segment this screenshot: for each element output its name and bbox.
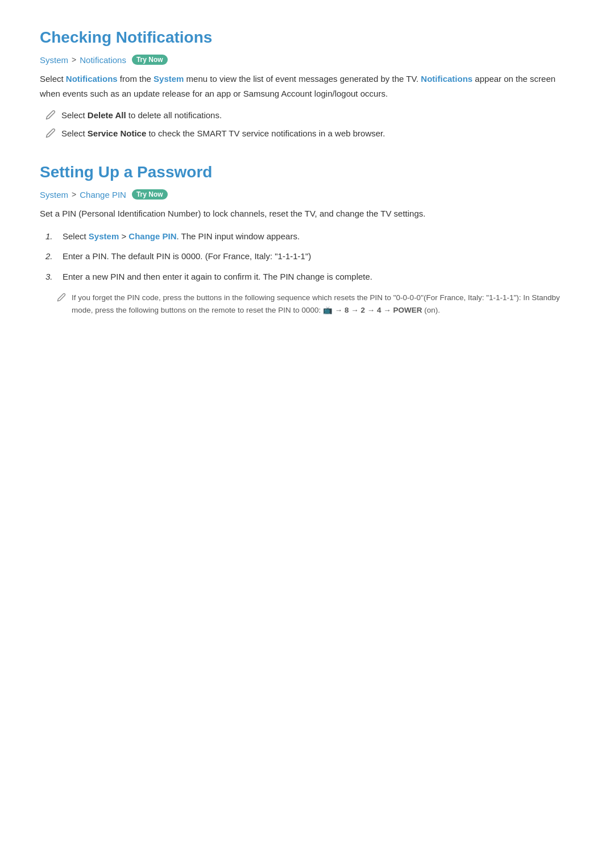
change-pin-link-step1[interactable]: Change PIN: [128, 231, 176, 241]
bullet-text-service-notice: Select Service Notice to check the SMART…: [61, 127, 385, 140]
section1-bullet-list: Select Delete All to delete all notifica…: [40, 109, 574, 140]
breadcrumb-system-link[interactable]: System: [40, 55, 68, 65]
section-checking-notifications: Checking Notifications System > Notifica…: [40, 28, 574, 140]
pin-note-block: If you forget the PIN code, press the bu…: [57, 292, 574, 317]
try-now-badge-pin[interactable]: Try Now: [132, 189, 168, 200]
step-3-text: Enter a new PIN and then enter it again …: [63, 269, 372, 284]
step-number-2: 2.: [45, 249, 56, 264]
system-link-step1[interactable]: System: [89, 231, 119, 241]
delete-all-link[interactable]: Delete All: [88, 110, 126, 120]
step-3: 3. Enter a new PIN and then enter it aga…: [45, 269, 574, 284]
step-number-3: 3.: [45, 269, 56, 284]
section2-title: Setting Up a Password: [40, 163, 574, 181]
pencil-icon-2: [45, 128, 56, 138]
system-link-inline[interactable]: System: [154, 74, 184, 84]
section1-title: Checking Notifications: [40, 28, 574, 47]
bullet-item-service-notice: Select Service Notice to check the SMART…: [45, 127, 574, 140]
step-1-text: Select System > Change PIN. The PIN inpu…: [63, 229, 300, 244]
section1-breadcrumb: System > Notifications Try Now: [40, 55, 574, 65]
section2-intro: Set a PIN (Personal Identification Numbe…: [40, 206, 574, 221]
service-notice-link[interactable]: Service Notice: [88, 128, 146, 138]
pencil-icon-1: [45, 110, 56, 120]
step-number-1: 1.: [45, 229, 56, 244]
notifications-link-inline2[interactable]: Notifications: [421, 74, 472, 84]
breadcrumb2-system-link[interactable]: System: [40, 190, 68, 200]
pin-sequence: 8 → 2 → 4 → POWER: [345, 306, 422, 314]
section1-body: Select Notifications from the System men…: [40, 72, 574, 101]
step-2: 2. Enter a PIN. The default PIN is 0000.…: [45, 249, 574, 264]
breadcrumb-separator: >: [72, 55, 76, 64]
step-1: 1. Select System > Change PIN. The PIN i…: [45, 229, 574, 244]
section2-steps: 1. Select System > Change PIN. The PIN i…: [40, 229, 574, 284]
section2-breadcrumb: System > Change PIN Try Now: [40, 189, 574, 200]
breadcrumb-notifications-link[interactable]: Notifications: [80, 55, 126, 65]
try-now-badge-notifications[interactable]: Try Now: [132, 55, 168, 65]
pencil-icon-note: [57, 293, 66, 302]
step-2-text: Enter a PIN. The default PIN is 0000. (F…: [63, 249, 311, 264]
breadcrumb2-change-pin-link[interactable]: Change PIN: [80, 190, 126, 200]
pin-note-text: If you forget the PIN code, press the bu…: [72, 292, 574, 317]
bullet-item-delete-all: Select Delete All to delete all notifica…: [45, 109, 574, 122]
section-setting-up-password: Setting Up a Password System > Change PI…: [40, 163, 574, 317]
notifications-link-inline[interactable]: Notifications: [66, 74, 118, 84]
breadcrumb2-separator: >: [72, 190, 76, 199]
bullet-text-delete-all: Select Delete All to delete all notifica…: [61, 109, 222, 122]
